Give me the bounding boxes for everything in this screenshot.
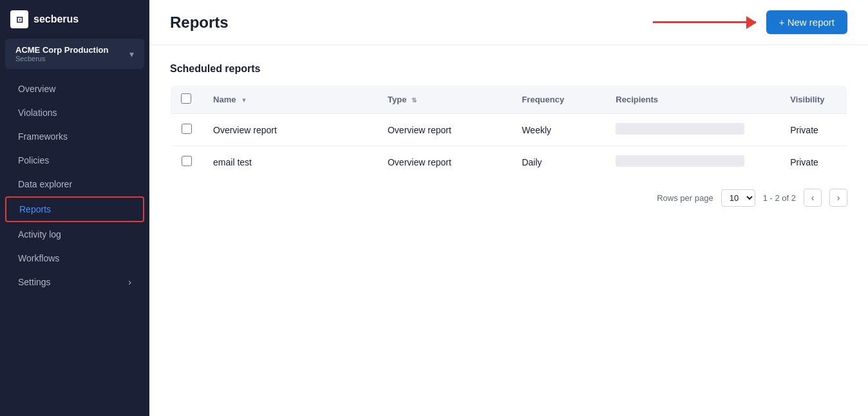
- rows-per-page-select[interactable]: 10 25 50: [721, 189, 755, 207]
- row-type: Overview report: [377, 146, 511, 178]
- select-all-checkbox[interactable]: [181, 93, 191, 104]
- sidebar-item-data-explorer[interactable]: Data explorer: [5, 173, 144, 196]
- sidebar-item-label: Data explorer: [18, 179, 72, 189]
- row-type: Overview report: [377, 114, 511, 146]
- sidebar-item-frameworks[interactable]: Frameworks: [5, 125, 144, 148]
- chevron-right-icon: ›: [128, 277, 131, 287]
- row-checkbox-cell: [171, 146, 203, 178]
- rows-per-page-label: Rows per page: [657, 193, 713, 203]
- row-visibility: Private: [780, 146, 847, 178]
- reports-table: Name ▼ Type ⇅ Frequency Recipients Visib: [170, 85, 847, 178]
- logo-area: ⊡ secberus: [0, 0, 149, 39]
- row-checkbox[interactable]: [182, 124, 192, 134]
- table-row: email test Overview report Daily Private: [171, 146, 847, 178]
- sort-icon: ⇅: [411, 97, 417, 104]
- row-checkbox-cell: [171, 114, 203, 146]
- sidebar-item-label: Overview: [18, 84, 55, 94]
- sidebar-item-label: Activity log: [18, 229, 61, 240]
- recipients-placeholder: [616, 155, 744, 167]
- sidebar-item-label: Settings: [18, 277, 51, 287]
- org-name: ACME Corp Production: [15, 45, 108, 55]
- page-header: Reports + New report: [149, 0, 868, 45]
- table-header-row: Name ▼ Type ⇅ Frequency Recipients Visib: [171, 86, 847, 114]
- org-info: ACME Corp Production Secberus: [15, 45, 108, 62]
- row-recipients: [605, 114, 780, 146]
- th-frequency: Frequency: [511, 86, 605, 114]
- sidebar-item-label: Reports: [19, 204, 51, 214]
- sidebar-nav: Overview Violations Frameworks Policies …: [0, 77, 149, 294]
- chevron-down-icon: ▾: [129, 49, 134, 59]
- org-selector[interactable]: ACME Corp Production Secberus ▾: [5, 39, 144, 69]
- sidebar-item-policies[interactable]: Policies: [5, 149, 144, 172]
- th-name[interactable]: Name ▼: [203, 86, 377, 114]
- sidebar-item-overview[interactable]: Overview: [5, 77, 144, 100]
- new-report-button[interactable]: + New report: [766, 10, 847, 34]
- sidebar-item-label: Policies: [18, 155, 49, 165]
- logo-icon: ⊡: [10, 10, 28, 28]
- arrow-indicator: [653, 21, 756, 23]
- row-name: Overview report: [203, 114, 377, 146]
- row-frequency: Weekly: [511, 114, 605, 146]
- page-content: Scheduled reports Name ▼ Type ⇅: [149, 45, 868, 416]
- next-page-button[interactable]: ›: [829, 189, 847, 207]
- section-title: Scheduled reports: [170, 63, 847, 75]
- row-name: email test: [203, 146, 377, 178]
- row-frequency: Daily: [511, 146, 605, 178]
- table-row: Overview report Overview report Weekly P…: [171, 114, 847, 146]
- th-visibility: Visibility: [780, 86, 847, 114]
- arrow-line: [653, 21, 756, 23]
- sidebar-item-violations[interactable]: Violations: [5, 101, 144, 124]
- sidebar-item-reports[interactable]: Reports: [5, 196, 144, 222]
- th-recipients: Recipients: [605, 86, 780, 114]
- page-info: 1 - 2 of 2: [763, 193, 796, 203]
- sidebar-item-label: Violations: [18, 108, 57, 118]
- header-actions: + New report: [653, 10, 847, 34]
- sidebar-item-label: Workflows: [18, 253, 59, 263]
- logo-text: secberus: [33, 14, 79, 25]
- row-visibility: Private: [780, 114, 847, 146]
- page-title: Reports: [170, 14, 229, 32]
- pagination: Rows per page 10 25 50 1 - 2 of 2 ‹ ›: [170, 178, 847, 207]
- sidebar-item-settings[interactable]: Settings ›: [5, 270, 144, 294]
- recipients-placeholder: [616, 123, 744, 135]
- th-checkbox: [171, 86, 203, 114]
- sidebar-item-label: Frameworks: [18, 131, 68, 142]
- sidebar-item-activity-log[interactable]: Activity log: [5, 223, 144, 246]
- row-recipients: [605, 146, 780, 178]
- prev-page-button[interactable]: ‹: [804, 189, 822, 207]
- row-checkbox[interactable]: [182, 156, 192, 166]
- sidebar: ⊡ secberus ACME Corp Production Secberus…: [0, 0, 149, 416]
- main-content: Reports + New report Scheduled reports N…: [149, 0, 868, 416]
- org-sub: Secberus: [15, 55, 108, 62]
- sort-icon: ▼: [241, 97, 247, 104]
- sidebar-item-workflows[interactable]: Workflows: [5, 247, 144, 270]
- th-type[interactable]: Type ⇅: [377, 86, 511, 114]
